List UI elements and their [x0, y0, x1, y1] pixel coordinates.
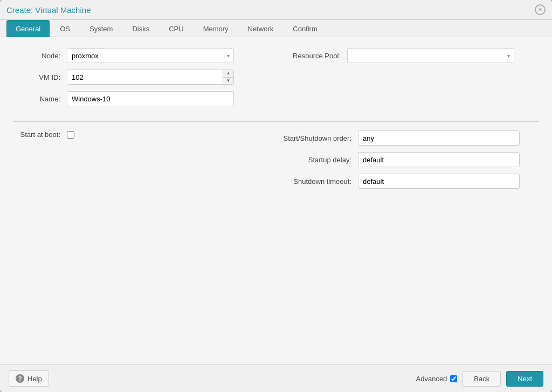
node-row: Node: proxmox ▾: [13, 48, 282, 63]
help-button[interactable]: ? Help: [9, 370, 49, 387]
next-button[interactable]: Next: [506, 371, 543, 387]
vmid-input-wrapper: ▲ ▼: [67, 70, 234, 85]
form-bottom-section: Start at boot: Start/Shutdown order: Sta…: [13, 130, 539, 195]
name-label: Name:: [13, 95, 67, 103]
node-select-wrapper: proxmox ▾: [67, 48, 234, 63]
section-divider: [13, 121, 539, 122]
vmid-label: VM ID:: [13, 73, 67, 81]
right-column: Resource Pool: ▾: [282, 48, 539, 113]
tab-disks[interactable]: Disks: [123, 20, 158, 37]
tab-memory[interactable]: Memory: [194, 20, 238, 37]
shutdown-timeout-row: Shutdown timeout:: [282, 174, 539, 189]
shutdown-timeout-input[interactable]: [358, 174, 520, 189]
dialog-header: Create: Virtual Machine ×: [0, 0, 552, 20]
dialog-footer: ? Help Advanced Back Next: [0, 365, 552, 392]
start-shutdown-input[interactable]: [358, 130, 520, 146]
shutdown-column: Start/Shutdown order: Startup delay: Shu…: [282, 130, 539, 195]
start-at-boot-label: Start at boot:: [13, 130, 67, 139]
start-at-boot-checkbox[interactable]: [67, 131, 74, 139]
start-shutdown-label: Start/Shutdown order:: [282, 134, 358, 142]
question-icon: ?: [16, 374, 24, 383]
advanced-label-wrapper[interactable]: Advanced: [416, 375, 458, 383]
tab-network[interactable]: Network: [239, 20, 283, 37]
node-select[interactable]: proxmox: [67, 48, 234, 63]
vmid-input[interactable]: [67, 70, 234, 85]
resource-pool-label: Resource Pool:: [282, 52, 347, 60]
dialog-body: Node: proxmox ▾ VM ID: ▲: [0, 37, 552, 365]
back-button[interactable]: Back: [463, 371, 501, 387]
resource-pool-row: Resource Pool: ▾: [282, 48, 539, 63]
name-input[interactable]: [67, 91, 234, 106]
advanced-checkbox[interactable]: [450, 375, 457, 382]
advanced-text: Advanced: [416, 375, 447, 383]
name-row: Name:: [13, 91, 282, 106]
resource-pool-select[interactable]: [347, 48, 514, 63]
close-button[interactable]: ×: [535, 4, 546, 15]
vmid-spinner-up[interactable]: ▲: [223, 70, 233, 78]
vmid-row: VM ID: ▲ ▼: [13, 70, 282, 85]
tab-cpu[interactable]: CPU: [160, 20, 192, 37]
start-at-boot-checkbox-wrapper: [67, 131, 74, 139]
tab-os[interactable]: OS: [51, 20, 79, 37]
startup-delay-row: Startup delay:: [282, 152, 539, 167]
node-label: Node:: [13, 52, 67, 60]
footer-right: Advanced Back Next: [416, 371, 543, 387]
resource-pool-select-wrapper: ▾: [347, 48, 514, 63]
tab-confirm[interactable]: Confirm: [284, 20, 327, 37]
start-at-boot-row: Start at boot:: [13, 130, 282, 139]
startup-delay-input[interactable]: [358, 152, 520, 167]
tab-system[interactable]: System: [80, 20, 122, 37]
tab-bar: General OS System Disks CPU Memory Netwo…: [0, 20, 552, 37]
start-shutdown-row: Start/Shutdown order:: [282, 130, 539, 146]
dialog-title: Create: Virtual Machine: [6, 5, 91, 15]
create-vm-dialog: Create: Virtual Machine × General OS Sys…: [0, 0, 552, 392]
help-label: Help: [27, 375, 42, 383]
left-column: Node: proxmox ▾ VM ID: ▲: [13, 48, 282, 113]
startup-delay-label: Startup delay:: [282, 156, 358, 164]
vmid-spinner: ▲ ▼: [223, 70, 233, 84]
vmid-spinner-down[interactable]: ▼: [223, 78, 233, 85]
shutdown-timeout-label: Shutdown timeout:: [282, 177, 358, 185]
boot-column: Start at boot:: [13, 130, 282, 195]
footer-left: ? Help: [9, 370, 49, 387]
form-top-section: Node: proxmox ▾ VM ID: ▲: [13, 48, 539, 113]
tab-general[interactable]: General: [6, 20, 50, 37]
